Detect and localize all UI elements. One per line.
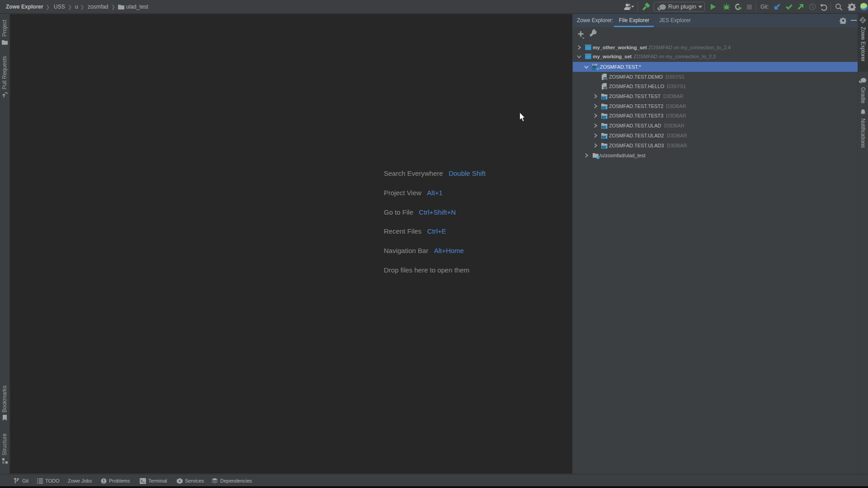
svg-text:DS: DS — [602, 136, 606, 139]
svg-text:DS: DS — [602, 145, 606, 149]
svg-text:DS: DS — [602, 126, 606, 129]
svg-text:DS: DS — [602, 106, 606, 109]
svg-text:DS: DS — [602, 96, 606, 99]
svg-text:DS: DS — [604, 87, 608, 89]
svg-text:DS: DS — [602, 116, 606, 119]
svg-text:DS: DS — [593, 67, 597, 70]
svg-text:DS: DS — [604, 77, 608, 80]
